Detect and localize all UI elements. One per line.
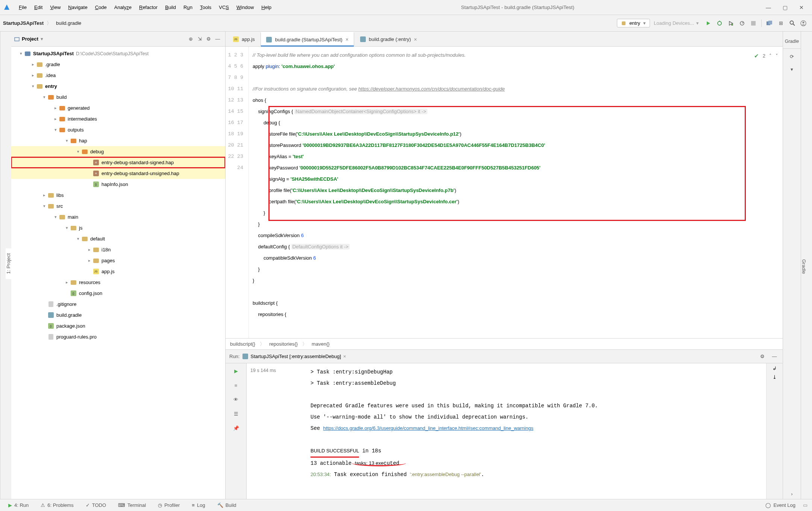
update-button[interactable]: ⊞ [776, 18, 786, 29]
rerun-button[interactable]: ▶ [231, 366, 241, 376]
run-button[interactable] [703, 18, 714, 29]
tree-root[interactable]: ▾StartupJSApiTestD:\Code\JSCode\StartupJ… [11, 48, 225, 59]
settings-icon[interactable]: ⚙ [204, 35, 213, 44]
pin-icon[interactable]: 📌 [231, 423, 241, 433]
bottom-terminal[interactable]: ⌨Terminal [113, 499, 151, 511]
tree-hapinfo[interactable]: {}hapInfo.json [11, 179, 225, 190]
menu-help[interactable]: Help [258, 0, 275, 15]
crumb[interactable]: maven{} [312, 341, 330, 347]
menu-build[interactable]: Build [161, 0, 180, 15]
tree-item[interactable]: ▾hap [11, 135, 225, 146]
crumb[interactable]: repositories{} [269, 341, 298, 347]
tab-build-gradle-entry[interactable]: build.gradle (:entry)× [354, 32, 423, 46]
device-selector[interactable]: Loading Devices... ▾ [650, 20, 703, 26]
breadcrumb-root[interactable]: StartupJSApiTest [3, 20, 44, 26]
close-icon[interactable]: × [414, 36, 417, 42]
tree-signed-hap[interactable]: Hentry-debug-standard-signed.hap [11, 157, 225, 168]
bottom-profiler[interactable]: ◷Profiler [153, 499, 185, 511]
nav-up-icon[interactable]: ˄ [769, 50, 772, 62]
tree-item[interactable]: ▸generated [11, 103, 225, 113]
tree-item[interactable]: ▾outputs [11, 124, 225, 135]
gradle-chevron-icon[interactable]: › [787, 488, 797, 499]
window-close[interactable]: ✕ [793, 0, 810, 15]
breadcrumb-file[interactable]: build.gradle [56, 20, 81, 26]
tree-item[interactable]: {}package.json [11, 321, 225, 331]
tree-item[interactable]: ▸libs [11, 190, 225, 201]
tree-item[interactable]: JSapp.js [11, 266, 225, 277]
tree-item[interactable]: ▾default [11, 233, 225, 244]
window-maximize[interactable]: ▢ [777, 0, 793, 15]
project-tree[interactable]: ▾StartupJSApiTestD:\Code\JSCode\StartupJ… [11, 47, 225, 499]
folders-icon[interactable] [764, 18, 775, 29]
tree-item[interactable]: .gitignore [11, 299, 225, 310]
coverage-button[interactable] [726, 18, 736, 29]
gradle-refresh-icon[interactable]: ⟳ [787, 51, 797, 62]
tree-item[interactable]: ▸intermediates [11, 113, 225, 124]
tree-item[interactable]: ▸.idea [11, 70, 225, 81]
menu-code[interactable]: Code [91, 0, 111, 15]
tab-build-gradle-root[interactable]: build.gradle (StartupJSApiTest)× [261, 32, 354, 46]
window-minimize[interactable]: — [760, 0, 777, 15]
menu-navigate[interactable]: Navigate [64, 0, 91, 15]
nav-down-icon[interactable]: ˅ [776, 50, 778, 62]
tree-item[interactable]: ▾debug [11, 146, 225, 157]
tab-appjs[interactable]: JSapp.js [227, 32, 261, 46]
chevron-down-icon[interactable]: ▾ [41, 36, 43, 42]
scroll-end-icon[interactable]: ⤓ [773, 374, 777, 380]
menu-window[interactable]: Window [233, 0, 258, 15]
filter-icon[interactable]: ☰ [231, 408, 241, 419]
rail-structure[interactable]: 7: Structure [0, 246, 1, 281]
tree-item[interactable]: ▾js [11, 222, 225, 233]
tree-item[interactable]: ▾entry [11, 81, 225, 92]
debug-button[interactable] [714, 18, 725, 29]
user-icon[interactable] [798, 18, 809, 29]
tree-item[interactable]: ▸pages [11, 255, 225, 266]
run-hide-icon[interactable]: — [770, 352, 779, 361]
menu-file[interactable]: File [15, 0, 30, 15]
module-selector[interactable]: entry ▾ [617, 19, 650, 27]
tree-item[interactable]: ▾src [11, 201, 225, 212]
tree-item[interactable]: proguard-rules.pro [11, 331, 225, 342]
tree-unsigned-hap[interactable]: Hentry-debug-standard-unsigned.hap [11, 168, 225, 179]
bottom-log[interactable]: ≡Log [186, 499, 210, 511]
code-editor[interactable]: 1 2 3 4 5 6 7 8 9 10 11 12 13 14 15 16 1… [226, 47, 783, 338]
gradle-expand-icon[interactable]: ▾ [787, 64, 797, 74]
code-content[interactable]: // Top-level build file where you can ad… [249, 47, 783, 338]
search-everywhere-button[interactable] [787, 18, 797, 29]
run-config[interactable]: StartupJSApiTest [:entry:assembleDebug] … [242, 354, 346, 359]
bottom-todo[interactable]: ✓TODO [80, 499, 111, 511]
menu-analyze[interactable]: Analyze [111, 0, 135, 15]
menu-view[interactable]: View [46, 0, 64, 15]
tree-item[interactable]: build.gradle [11, 310, 225, 321]
run-output[interactable]: > Task :entry:signDebugHap > Task :entry… [307, 363, 766, 499]
close-icon[interactable]: × [343, 354, 346, 359]
gradle-header[interactable]: Gradle [783, 34, 801, 49]
close-icon[interactable]: × [345, 36, 348, 42]
tree-item[interactable]: ▾build [11, 92, 225, 103]
menu-run[interactable]: Run [180, 0, 196, 15]
stop-button[interactable] [748, 18, 759, 29]
hide-icon[interactable]: — [213, 35, 222, 44]
tree-item[interactable]: ▸.gradle [11, 59, 225, 70]
profile-button[interactable] [737, 18, 747, 29]
tree-item[interactable]: ▸i18n [11, 244, 225, 255]
crumb[interactable]: buildscript{} [230, 341, 255, 347]
run-settings-icon[interactable]: ⚙ [758, 352, 767, 361]
tree-item[interactable]: ▾main [11, 212, 225, 222]
event-log[interactable]: ◯Event Log [761, 502, 800, 508]
rail-project[interactable]: 1: Project [6, 248, 11, 280]
tree-item[interactable]: ▸resources [11, 277, 225, 288]
expand-icon[interactable]: ⇲ [195, 35, 204, 44]
stop-button-side[interactable]: ■ [231, 380, 241, 390]
menu-refactor[interactable]: Refactor [135, 0, 161, 15]
menu-vcs[interactable]: VCS [215, 0, 233, 15]
show-icon[interactable]: 👁 [231, 394, 241, 405]
bottom-problems[interactable]: ⚠6: Problems [35, 499, 79, 511]
menu-tools[interactable]: Tools [196, 0, 215, 15]
bottom-build[interactable]: 🔨Build [212, 499, 242, 511]
editor-inspection-badge[interactable]: ✔2 ˄ ˅ [754, 50, 778, 62]
rail-gradle[interactable]: Gradle [801, 254, 807, 279]
soft-wrap-icon[interactable]: ↲ [773, 366, 777, 371]
bottom-run[interactable]: ▶4: Run [3, 499, 34, 511]
locate-icon[interactable]: ⊕ [186, 35, 195, 44]
